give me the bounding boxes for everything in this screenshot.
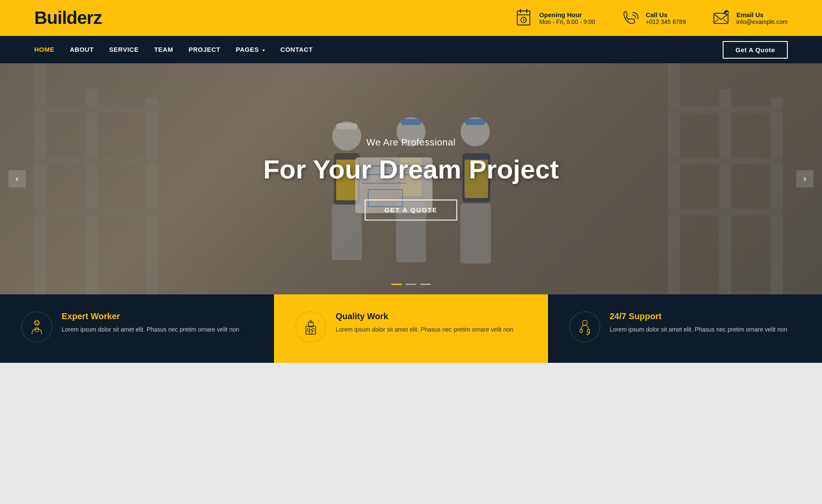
nav-item-project[interactable]: PROJECT <box>188 46 220 53</box>
svg-line-6 <box>524 20 525 21</box>
svg-rect-45 <box>34 322 39 324</box>
feature-quality-work: Quality Work Lorem ipsum dolor sit amet … <box>274 294 548 363</box>
carousel-next-button[interactable]: › <box>796 170 813 187</box>
svg-point-44 <box>34 320 39 325</box>
expert-worker-title: Expert Worker <box>62 311 239 321</box>
call-us-value: +012 345 6789 <box>646 18 686 25</box>
nav-link-contact[interactable]: CONTACT <box>280 46 313 53</box>
email-icon: M <box>712 9 730 27</box>
svg-rect-55 <box>580 329 583 333</box>
nav-item-contact[interactable]: CONTACT <box>280 46 313 53</box>
hero-cta-button[interactable]: GET A QUOTE <box>365 200 457 221</box>
expert-worker-desc: Lorem ipsum dolor sit amet elit. Phasus … <box>62 325 239 334</box>
carousel-dot-2[interactable] <box>406 284 416 285</box>
features-section: Expert Worker Lorem ipsum dolor sit amet… <box>0 294 822 363</box>
nav-link-home[interactable]: HOME <box>34 46 54 53</box>
svg-rect-52 <box>312 329 314 332</box>
opening-hour-label: Opening Hour <box>539 11 595 18</box>
nav-item-home[interactable]: HOME <box>34 46 54 53</box>
support-desc: Lorem ipsum dolor sit amet elit. Phasus … <box>610 325 787 334</box>
carousel-dot-1[interactable] <box>391 284 402 285</box>
svg-rect-53 <box>310 330 312 334</box>
svg-rect-46 <box>35 328 39 332</box>
svg-text:M: M <box>726 11 728 15</box>
call-us-info: Call Us +012 345 6789 <box>621 9 686 27</box>
clock-icon <box>514 9 533 27</box>
building-icon <box>303 319 319 335</box>
carousel-dot-3[interactable] <box>420 284 431 285</box>
hero-subtitle: We Are Professional <box>263 137 559 148</box>
navbar: HOME ABOUT SERVICE TEAM PROJECT PAGES ▾ … <box>0 36 822 63</box>
svg-rect-35 <box>465 119 485 125</box>
top-bar: Builderz Opening Hour Mon - Fri, 8:00 - … <box>0 0 822 36</box>
nav-item-pages[interactable]: PAGES ▾ <box>236 46 265 53</box>
nav-item-service[interactable]: SERVICE <box>109 46 139 53</box>
get-quote-nav-button[interactable]: Get A Quote <box>723 41 788 59</box>
nav-link-team[interactable]: TEAM <box>154 46 173 53</box>
svg-rect-30 <box>401 119 421 125</box>
svg-rect-25 <box>336 123 357 129</box>
quality-work-desc: Lorem ipsum dolor sit amet elit. Phasus … <box>336 325 513 334</box>
nav-link-about[interactable]: ABOUT <box>70 46 94 53</box>
nav-item-about[interactable]: ABOUT <box>70 46 94 53</box>
phone-icon <box>621 9 640 27</box>
support-icon-wrap <box>569 311 600 342</box>
carousel-prev-button[interactable]: ‹ <box>9 170 26 187</box>
svg-point-54 <box>582 320 587 325</box>
svg-line-9 <box>723 19 728 24</box>
hero-title: For Your Dream Project <box>263 155 559 184</box>
svg-rect-50 <box>310 320 312 323</box>
nav-item-team[interactable]: TEAM <box>154 46 173 53</box>
top-info: Opening Hour Mon - Fri, 8:00 - 9:00 Call… <box>514 9 788 27</box>
quality-work-title: Quality Work <box>336 311 513 321</box>
brand-logo: Builderz <box>34 8 102 28</box>
opening-hour-info: Opening Hour Mon - Fri, 8:00 - 9:00 <box>514 9 595 27</box>
call-us-label: Call Us <box>646 11 686 18</box>
email-us-label: Email Us <box>736 11 788 18</box>
email-us-value: info@example.com <box>736 18 788 25</box>
worker-icon <box>29 319 45 335</box>
headset-icon <box>577 319 593 335</box>
svg-rect-56 <box>587 329 590 333</box>
nav-links: HOME ABOUT SERVICE TEAM PROJECT PAGES ▾ … <box>34 46 723 53</box>
svg-line-8 <box>714 19 718 24</box>
quality-work-icon-wrap <box>295 311 326 342</box>
email-us-info: M Email Us info@example.com <box>712 9 788 27</box>
hero-content: We Are Professional For Your Dream Proje… <box>263 137 559 220</box>
nav-link-pages[interactable]: PAGES ▾ <box>236 46 265 53</box>
hero-section: We Are Professional For Your Dream Proje… <box>0 63 822 294</box>
svg-point-57 <box>587 334 588 335</box>
nav-link-service[interactable]: SERVICE <box>109 46 139 53</box>
feature-expert-worker: Expert Worker Lorem ipsum dolor sit amet… <box>0 294 274 363</box>
support-title: 24/7 Support <box>610 311 787 321</box>
opening-hour-value: Mon - Fri, 8:00 - 9:00 <box>539 18 595 25</box>
nav-link-project[interactable]: PROJECT <box>188 46 220 53</box>
pages-dropdown-arrow: ▾ <box>262 48 265 53</box>
expert-worker-icon-wrap <box>21 311 52 342</box>
carousel-dots <box>391 284 431 285</box>
svg-rect-51 <box>307 329 310 332</box>
feature-support: 24/7 Support Lorem ipsum dolor sit amet … <box>548 294 822 363</box>
